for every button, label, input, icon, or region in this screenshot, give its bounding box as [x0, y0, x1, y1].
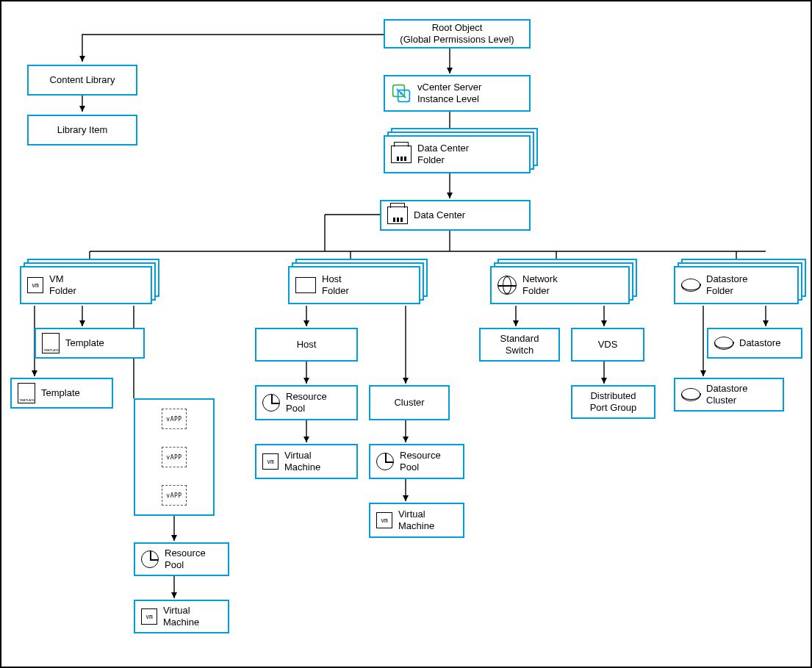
- node-vds: VDS: [571, 328, 644, 362]
- node-template-inner: Template: [35, 328, 145, 359]
- node-cluster-virtual-machine: vm Virtual Machine: [369, 503, 464, 538]
- node-vm-virtual-machine: vm Virtual Machine: [134, 600, 229, 633]
- label: Data Center: [414, 209, 465, 221]
- label: Content Library: [50, 74, 115, 86]
- vm-icon: vm: [141, 608, 157, 625]
- node-vapp-container: vAPP vAPP vAPP: [134, 398, 215, 516]
- label: Library Item: [57, 124, 108, 136]
- label: Template: [65, 337, 104, 349]
- node-cluster: Cluster: [369, 385, 450, 420]
- node-standard-switch: Standard Switch: [479, 328, 560, 362]
- vapp-icon: vAPP: [162, 409, 187, 429]
- node-data-center-folder: Data Center Folder: [384, 135, 531, 173]
- resource-pool-icon: [141, 550, 159, 568]
- datastore-icon: [681, 279, 700, 292]
- label: Cluster: [394, 397, 424, 409]
- label: Virtual Machine: [398, 509, 434, 531]
- node-distributed-port-group: Distributed Port Group: [571, 385, 655, 419]
- node-vm-resource-pool: Resource Pool: [134, 542, 229, 576]
- datastore-icon: [681, 388, 700, 401]
- node-cluster-resource-pool: Resource Pool: [369, 444, 464, 479]
- node-host-folder: Host Folder: [288, 266, 420, 304]
- node-root-object: Root Object (Global Permissions Level): [384, 19, 531, 49]
- label: Virtual Machine: [163, 605, 199, 628]
- host-icon: [295, 277, 316, 293]
- vsphere-inventory-hierarchy-diagram: Root Object (Global Permissions Level) C…: [0, 0, 812, 668]
- label: vCenter Server Instance Level: [417, 82, 481, 104]
- node-datastore-folder: Datastore Folder: [674, 266, 799, 304]
- resource-pool-icon: [262, 394, 280, 412]
- template-icon: [42, 333, 60, 353]
- label: Resource Pool: [165, 547, 206, 570]
- vapp-icon: vAPP: [162, 485, 187, 506]
- label: Distributed Port Group: [590, 390, 637, 413]
- vm-icon: vm: [376, 512, 392, 528]
- node-content-library: Content Library: [27, 65, 137, 96]
- node-template-outer: Template: [10, 378, 113, 409]
- node-host-resource-pool: Resource Pool: [255, 385, 358, 420]
- datacenter-icon: [387, 206, 408, 224]
- node-host-virtual-machine: vm Virtual Machine: [255, 444, 358, 479]
- label: Virtual Machine: [284, 450, 320, 473]
- datacenter-icon: [391, 146, 412, 163]
- label: Resource Pool: [286, 391, 327, 414]
- label: Datastore Cluster: [706, 383, 747, 406]
- node-network-folder: Network Folder: [490, 266, 630, 304]
- vcenter-icon: [391, 83, 412, 104]
- node-host: Host: [255, 328, 358, 362]
- node-datastore-cluster: Datastore Cluster: [674, 378, 784, 412]
- resource-pool-icon: [376, 453, 394, 470]
- label: VM Folder: [49, 273, 76, 296]
- label: Standard Switch: [500, 333, 539, 356]
- node-vcenter-server: vCenter Server Instance Level: [384, 75, 531, 112]
- label: Data Center Folder: [417, 143, 469, 165]
- node-datastore: Datastore: [707, 328, 802, 359]
- vapp-icon: vAPP: [162, 447, 187, 467]
- label: Datastore Folder: [706, 273, 747, 296]
- label: VDS: [598, 339, 618, 351]
- label: Resource Pool: [400, 450, 441, 473]
- node-data-center: Data Center: [380, 200, 531, 231]
- node-library-item: Library Item: [27, 115, 137, 146]
- label: Template: [41, 387, 80, 399]
- datastore-icon: [714, 337, 733, 350]
- label: Network Folder: [522, 273, 558, 296]
- vm-icon: vm: [262, 453, 279, 470]
- label: Datastore: [739, 337, 780, 349]
- vm-icon: vm: [27, 277, 43, 293]
- label: Host Folder: [322, 273, 349, 296]
- network-icon: [497, 276, 517, 295]
- node-vm-folder: vm VM Folder: [20, 266, 152, 304]
- label: Host: [297, 339, 317, 351]
- label: Root Object (Global Permissions Level): [400, 22, 514, 45]
- template-icon: [18, 383, 35, 403]
